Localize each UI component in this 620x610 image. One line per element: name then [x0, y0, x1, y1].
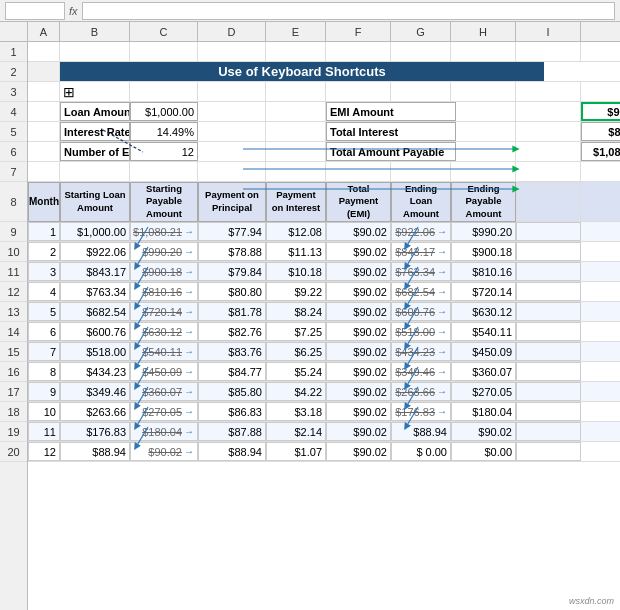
- cell-b7[interactable]: [60, 162, 130, 181]
- pay-interest-9[interactable]: $4.22: [266, 382, 326, 401]
- pay-interest-2[interactable]: $11.13: [266, 242, 326, 261]
- cell-c1[interactable]: [130, 42, 198, 61]
- col-i-11[interactable]: [516, 422, 581, 441]
- col-header-f[interactable]: F: [326, 22, 391, 41]
- pay-principal-7[interactable]: $83.76: [198, 342, 266, 361]
- start-payable-7[interactable]: $540.11→: [130, 342, 198, 361]
- start-payable-10[interactable]: $270.05→: [130, 402, 198, 421]
- total-interest-value[interactable]: $80.21: [581, 122, 620, 141]
- row-num-17[interactable]: 17: [0, 382, 27, 402]
- pay-interest-8[interactable]: $5.24: [266, 362, 326, 381]
- col-header-i[interactable]: I: [516, 22, 581, 41]
- row-num-3[interactable]: 3: [0, 82, 27, 102]
- cell-e3[interactable]: [266, 82, 326, 101]
- end-payable-2[interactable]: $900.18: [451, 242, 516, 261]
- row-num-8[interactable]: 8: [0, 182, 27, 222]
- cell-g6[interactable]: [456, 142, 516, 161]
- total-payment-2[interactable]: $90.02: [326, 242, 391, 261]
- cell-e7[interactable]: [266, 162, 326, 181]
- pay-principal-9[interactable]: $85.80: [198, 382, 266, 401]
- pay-interest-1[interactable]: $12.08: [266, 222, 326, 241]
- cell-h5[interactable]: [516, 122, 581, 141]
- col-header-h[interactable]: H: [451, 22, 516, 41]
- pay-principal-8[interactable]: $84.77: [198, 362, 266, 381]
- start-loan-7[interactable]: $518.00: [60, 342, 130, 361]
- start-loan-2[interactable]: $922.06: [60, 242, 130, 261]
- row-num-1[interactable]: 1: [0, 42, 27, 62]
- cell-a3[interactable]: [28, 82, 60, 101]
- col-header-b[interactable]: B: [60, 22, 130, 41]
- pay-interest-10[interactable]: $3.18: [266, 402, 326, 421]
- month-5[interactable]: 5: [28, 302, 60, 321]
- end-loan-7[interactable]: $434.23→: [391, 342, 451, 361]
- total-payment-4[interactable]: $90.02: [326, 282, 391, 301]
- total-payment-9[interactable]: $90.02: [326, 382, 391, 401]
- row-num-7[interactable]: 7: [0, 162, 27, 182]
- month-11[interactable]: 11: [28, 422, 60, 441]
- cell-h3[interactable]: [451, 82, 516, 101]
- end-loan-4[interactable]: $682.54→: [391, 282, 451, 301]
- cell-d5[interactable]: [198, 122, 266, 141]
- end-loan-5[interactable]: $600.76→: [391, 302, 451, 321]
- cell-g7[interactable]: [391, 162, 451, 181]
- formula-input[interactable]: =$D$4*((1+$D$5/12)^$D$6)/((1+$D$5/12)^$D…: [82, 2, 615, 20]
- total-payment-10[interactable]: $90.02: [326, 402, 391, 421]
- cell-b3[interactable]: ⊞: [60, 82, 130, 101]
- col-i-1[interactable]: [516, 222, 581, 241]
- col-i-12[interactable]: [516, 442, 581, 461]
- start-payable-12[interactable]: $90.02→: [130, 442, 198, 461]
- month-1[interactable]: 1: [28, 222, 60, 241]
- start-payable-6[interactable]: $630.12→: [130, 322, 198, 341]
- pay-interest-7[interactable]: $6.25: [266, 342, 326, 361]
- start-loan-8[interactable]: $434.23: [60, 362, 130, 381]
- start-loan-10[interactable]: $263.66: [60, 402, 130, 421]
- row-num-5[interactable]: 5: [0, 122, 27, 142]
- row-num-11[interactable]: 11: [0, 262, 27, 282]
- cell-e5[interactable]: [266, 122, 326, 141]
- interest-rate-value[interactable]: 14.49%: [130, 122, 198, 141]
- end-payable-6[interactable]: $540.11: [451, 322, 516, 341]
- end-payable-12[interactable]: $0.00: [451, 442, 516, 461]
- cell-e1[interactable]: [266, 42, 326, 61]
- end-payable-4[interactable]: $720.14: [451, 282, 516, 301]
- month-12[interactable]: 12: [28, 442, 60, 461]
- cell-h6[interactable]: [516, 142, 581, 161]
- start-loan-5[interactable]: $682.54: [60, 302, 130, 321]
- month-4[interactable]: 4: [28, 282, 60, 301]
- loan-amount-value[interactable]: $1,000.00: [130, 102, 198, 121]
- col-i-5[interactable]: [516, 302, 581, 321]
- month-2[interactable]: 2: [28, 242, 60, 261]
- start-payable-11[interactable]: $180.04→: [130, 422, 198, 441]
- pay-interest-3[interactable]: $10.18: [266, 262, 326, 281]
- row-num-20[interactable]: 20: [0, 442, 27, 462]
- pay-interest-4[interactable]: $9.22: [266, 282, 326, 301]
- total-payment-1[interactable]: $90.02: [326, 222, 391, 241]
- col-i-7[interactable]: [516, 342, 581, 361]
- end-loan-12[interactable]: $ 0.00: [391, 442, 451, 461]
- row-num-10[interactable]: 10: [0, 242, 27, 262]
- cell-i3[interactable]: [516, 82, 581, 101]
- cell-f3[interactable]: [326, 82, 391, 101]
- total-payment-6[interactable]: $90.02: [326, 322, 391, 341]
- end-loan-1[interactable]: $922.06→: [391, 222, 451, 241]
- cell-c3[interactable]: [130, 82, 198, 101]
- start-loan-3[interactable]: $843.17: [60, 262, 130, 281]
- total-payment-5[interactable]: $90.02: [326, 302, 391, 321]
- end-payable-8[interactable]: $360.07: [451, 362, 516, 381]
- start-loan-11[interactable]: $176.83: [60, 422, 130, 441]
- cell-a1[interactable]: [28, 42, 60, 61]
- row-num-18[interactable]: 18: [0, 402, 27, 422]
- cell-g3[interactable]: [391, 82, 451, 101]
- cell-a2[interactable]: [28, 62, 60, 81]
- row-num-16[interactable]: 16: [0, 362, 27, 382]
- col-header-e[interactable]: E: [266, 22, 326, 41]
- end-payable-10[interactable]: $180.04: [451, 402, 516, 421]
- col-i-9[interactable]: [516, 382, 581, 401]
- end-loan-8[interactable]: $349.46→: [391, 362, 451, 381]
- pay-principal-3[interactable]: $79.84: [198, 262, 266, 281]
- row-num-4[interactable]: 4: [0, 102, 27, 122]
- end-payable-9[interactable]: $270.05: [451, 382, 516, 401]
- start-payable-9[interactable]: $360.07→: [130, 382, 198, 401]
- end-loan-2[interactable]: $843.17→: [391, 242, 451, 261]
- cell-a5[interactable]: [28, 122, 60, 141]
